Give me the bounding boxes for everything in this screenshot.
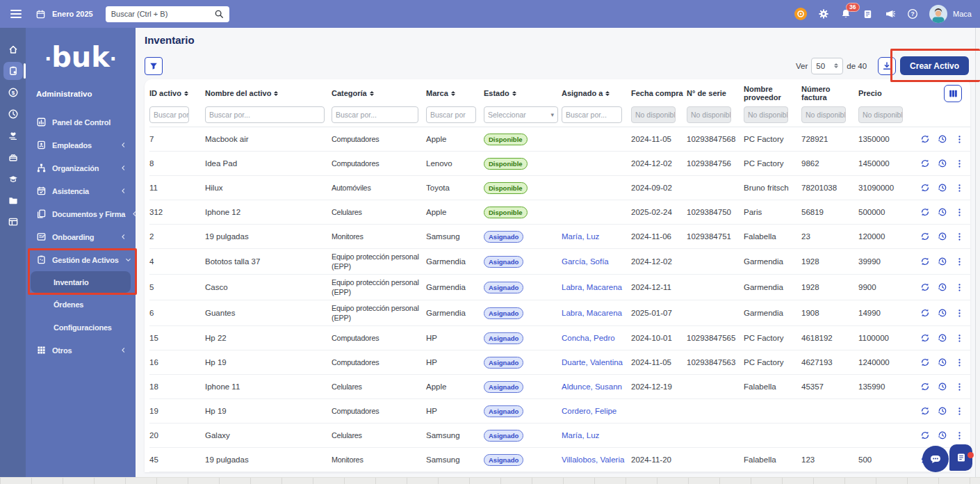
- assigned-link[interactable]: García, Sofía: [562, 257, 609, 266]
- more-actions-icon[interactable]: [955, 232, 964, 241]
- history-action-icon[interactable]: [938, 257, 947, 266]
- more-actions-icon[interactable]: [955, 309, 964, 318]
- rail-item-payments-icon[interactable]: $: [3, 83, 23, 102]
- assigned-link[interactable]: Labra, Macarena: [562, 283, 622, 291]
- assigned-link[interactable]: Concha, Pedro: [562, 334, 615, 342]
- bottom-scrollbar-strip[interactable]: [0, 477, 980, 484]
- history-action-icon[interactable]: [938, 183, 947, 193]
- right-scrollbar-strip[interactable]: [975, 28, 980, 477]
- sidebar-item-onboarding[interactable]: Onboarding: [26, 225, 136, 248]
- filter-input[interactable]: Buscar por: [426, 106, 476, 123]
- column-header-6[interactable]: Asignado a: [562, 89, 631, 98]
- rail-item-gift-icon[interactable]: [3, 148, 23, 166]
- sidebar-subitem--rdenes[interactable]: Órdenes: [26, 293, 136, 316]
- settings-gear-icon[interactable]: [818, 8, 829, 19]
- filter-input[interactable]: Buscar por...: [562, 106, 622, 123]
- assign-action-icon[interactable]: [920, 257, 930, 266]
- history-action-icon[interactable]: [938, 207, 947, 217]
- sidebar-item-asistencia[interactable]: Asistencia: [26, 179, 136, 202]
- intercom-icon[interactable]: [794, 8, 807, 20]
- assign-action-icon[interactable]: [920, 357, 930, 367]
- column-header-1[interactable]: ID activo: [149, 89, 205, 98]
- notifications-bell-icon[interactable]: 36: [840, 8, 851, 19]
- more-actions-icon[interactable]: [955, 382, 964, 392]
- assign-action-icon[interactable]: [920, 207, 930, 217]
- filter-button[interactable]: [145, 57, 163, 75]
- rail-item-home-icon[interactable]: [3, 40, 23, 58]
- chat-widget-button[interactable]: [922, 446, 949, 472]
- assign-action-icon[interactable]: [920, 282, 930, 292]
- more-actions-icon[interactable]: [955, 431, 964, 440]
- sort-icon[interactable]: [512, 91, 516, 96]
- assigned-link[interactable]: Labra, Macarena: [562, 309, 622, 317]
- assign-action-icon[interactable]: [920, 406, 930, 416]
- filter-input[interactable]: Buscar por...: [205, 106, 325, 123]
- calendar-icon[interactable]: [35, 9, 46, 19]
- sort-icon[interactable]: [605, 91, 610, 96]
- history-action-icon[interactable]: [938, 134, 947, 144]
- filter-input[interactable]: Buscar por: [149, 106, 189, 123]
- more-actions-icon[interactable]: [955, 358, 964, 367]
- page-size-select[interactable]: 50: [811, 58, 843, 74]
- more-actions-icon[interactable]: [955, 407, 964, 416]
- assign-action-icon[interactable]: [920, 333, 930, 343]
- sidebar-item-empleados[interactable]: Empleados: [26, 134, 136, 156]
- more-actions-icon[interactable]: [955, 159, 964, 168]
- history-action-icon[interactable]: [938, 159, 947, 168]
- global-search-input[interactable]: Buscar (Ctrl + B): [106, 6, 229, 22]
- history-action-icon[interactable]: [938, 333, 947, 343]
- sidebar-item-documentos-y-firma[interactable]: Documentos y Firma: [26, 202, 136, 225]
- history-action-icon[interactable]: [938, 232, 947, 241]
- rail-item-clipboard-icon[interactable]: [3, 62, 23, 80]
- column-header-5[interactable]: Estado: [484, 89, 562, 98]
- assigned-link[interactable]: Cordero, Felipe: [562, 407, 616, 415]
- sort-icon[interactable]: [274, 91, 278, 96]
- assigned-link[interactable]: María, Luz: [562, 431, 599, 439]
- more-actions-icon[interactable]: [955, 208, 964, 217]
- rail-item-portal-icon[interactable]: [3, 213, 23, 231]
- history-action-icon[interactable]: [938, 382, 947, 392]
- column-header-3[interactable]: Categoría: [332, 89, 426, 98]
- assign-action-icon[interactable]: [920, 159, 930, 168]
- rail-item-benefits-icon[interactable]: [3, 127, 23, 145]
- assigned-link[interactable]: Aldunce, Susann: [562, 382, 622, 391]
- rail-item-time-icon[interactable]: [3, 105, 23, 123]
- assigned-link[interactable]: Duarte, Valentina: [562, 358, 623, 366]
- column-header-4[interactable]: Marca: [426, 89, 484, 98]
- more-actions-icon[interactable]: [955, 257, 964, 266]
- filter-input[interactable]: Buscar por...: [332, 106, 418, 123]
- assign-action-icon[interactable]: [920, 382, 930, 392]
- more-actions-icon[interactable]: [955, 184, 964, 193]
- assign-action-icon[interactable]: [920, 183, 930, 193]
- menu-icon[interactable]: [10, 10, 22, 18]
- sidebar-item-otros[interactable]: Otros: [26, 339, 136, 362]
- more-actions-icon[interactable]: [955, 283, 964, 292]
- column-settings-button[interactable]: [944, 85, 962, 102]
- user-avatar[interactable]: [929, 5, 947, 23]
- history-action-icon[interactable]: [938, 406, 947, 416]
- history-action-icon[interactable]: [938, 282, 947, 292]
- assign-action-icon[interactable]: [920, 134, 930, 144]
- sidebar-item-panel-de-control[interactable]: Panel de Control: [26, 111, 136, 134]
- assigned-link[interactable]: María, Luz: [562, 232, 599, 241]
- sort-icon[interactable]: [184, 91, 188, 96]
- sidebar-subitem-configuraciones[interactable]: Configuraciones: [26, 316, 136, 339]
- sort-icon[interactable]: [451, 91, 455, 96]
- column-header-2[interactable]: Nombre del activo: [205, 89, 332, 98]
- announcements-icon[interactable]: [884, 8, 896, 20]
- history-action-icon[interactable]: [938, 308, 947, 318]
- assign-action-icon[interactable]: [920, 308, 930, 318]
- history-action-icon[interactable]: [938, 430, 947, 440]
- status-filter-select[interactable]: Seleccionar▾: [484, 106, 558, 123]
- more-actions-icon[interactable]: [955, 334, 964, 343]
- period-label[interactable]: Enero 2025: [52, 10, 93, 18]
- sort-icon[interactable]: [370, 91, 374, 96]
- more-actions-icon[interactable]: [955, 135, 964, 144]
- help-icon[interactable]: ?: [907, 8, 918, 19]
- history-action-icon[interactable]: [938, 357, 947, 367]
- rail-item-folder-icon[interactable]: [3, 191, 23, 209]
- assign-action-icon[interactable]: [920, 430, 930, 440]
- sidebar-item-organizaci-n[interactable]: Organización: [26, 156, 136, 179]
- assigned-link[interactable]: Villalobos, Valeria: [562, 455, 624, 464]
- notes-icon[interactable]: [863, 9, 873, 19]
